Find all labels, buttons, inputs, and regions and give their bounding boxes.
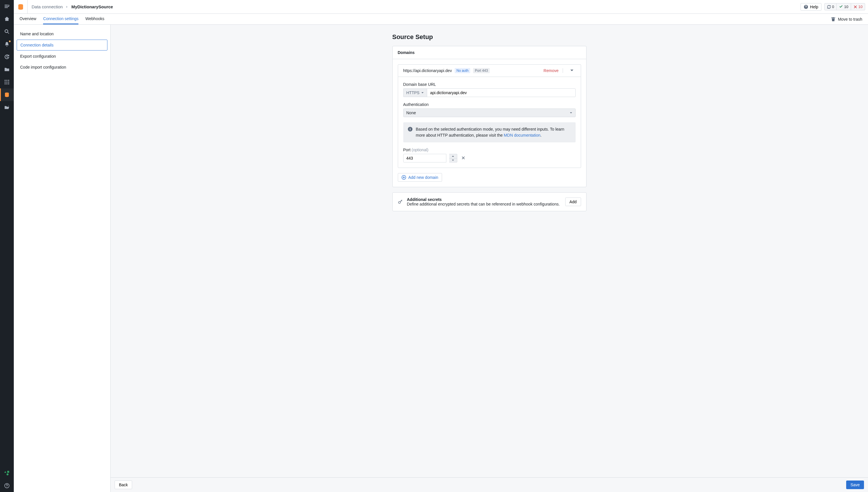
- move-to-trash-label: Move to trash: [838, 17, 862, 22]
- auth-label: Authentication: [403, 102, 576, 107]
- back-button[interactable]: Back: [115, 481, 132, 489]
- port-pill: Port 443: [473, 68, 489, 73]
- domains-card: Domains https://api.dictionaryapi.dev No…: [392, 46, 587, 187]
- subnav-code-import[interactable]: Code import configuration: [17, 62, 108, 72]
- svg-rect-6: [5, 83, 5, 84]
- plus-circle-icon: [402, 175, 406, 180]
- canvas: Source Setup Domains https://api.diction…: [111, 25, 868, 492]
- subnav-connection-details[interactable]: Connection details: [17, 40, 108, 51]
- svg-rect-0: [5, 80, 5, 81]
- domain-header-row: https://api.dictionaryapi.dev No auth Po…: [398, 65, 581, 77]
- key-icon: [398, 199, 403, 205]
- auth-value: None: [406, 110, 416, 115]
- footer-bar: Back Save: [111, 477, 868, 492]
- help-icon[interactable]: [0, 479, 14, 492]
- auth-info-callout: Based on the selected authentication mod…: [403, 122, 576, 142]
- status-group: 0 10 10: [824, 3, 865, 10]
- domain-url-label: Domain base URL: [403, 82, 576, 87]
- auth-select[interactable]: None: [403, 108, 576, 117]
- settings-subnav: Name and location Connection details Exp…: [14, 25, 111, 492]
- add-secret-button[interactable]: Add: [565, 197, 581, 206]
- shapes-icon[interactable]: [0, 467, 14, 479]
- tab-row: Overview Connection settings Webhooks Mo…: [14, 14, 868, 25]
- status-error-count: 10: [859, 5, 863, 9]
- tab-webhooks[interactable]: Webhooks: [85, 16, 104, 24]
- secrets-title: Additional secrets: [407, 197, 561, 202]
- svg-rect-1: [6, 80, 7, 81]
- search-icon[interactable]: [0, 25, 14, 38]
- status-sync[interactable]: 0: [825, 3, 837, 10]
- history-icon[interactable]: [0, 51, 14, 63]
- caret-down-icon: [569, 112, 572, 114]
- port-increment-button[interactable]: [449, 154, 457, 158]
- status-error[interactable]: 10: [851, 3, 865, 10]
- port-optional: (optional): [412, 148, 428, 152]
- mdn-link[interactable]: MDN documentation: [504, 133, 541, 138]
- breadcrumb: Data connection MyDictionarySource: [28, 4, 117, 9]
- rail-toggle-icon[interactable]: [0, 0, 14, 13]
- callout-text-b: .: [540, 133, 541, 138]
- main-column: Data connection MyDictionarySource Help …: [14, 0, 868, 492]
- port-decrement-button[interactable]: [449, 158, 457, 163]
- notification-dot-icon: [8, 40, 11, 43]
- folder-icon[interactable]: [0, 63, 14, 76]
- clear-port-button[interactable]: [460, 155, 466, 162]
- content-area: Name and location Connection details Exp…: [14, 25, 868, 492]
- topbar: Data connection MyDictionarySource Help …: [14, 0, 868, 14]
- secrets-card: Additional secrets Define additional enc…: [392, 192, 587, 211]
- subnav-name-location[interactable]: Name and location: [17, 29, 108, 39]
- collapse-domain-button[interactable]: [566, 68, 576, 73]
- domain-host-input[interactable]: [427, 89, 575, 97]
- svg-rect-4: [6, 81, 7, 82]
- remove-domain-button[interactable]: Remove: [543, 68, 563, 73]
- notifications-icon[interactable]: [0, 38, 14, 51]
- port-label-wrap: Port (optional): [403, 148, 576, 152]
- left-rail: [0, 0, 14, 492]
- svg-rect-5: [8, 81, 9, 82]
- move-to-trash-button[interactable]: Move to trash: [831, 17, 862, 22]
- svg-rect-7: [6, 83, 7, 84]
- svg-rect-14: [410, 129, 410, 130]
- caret-down-icon: [421, 91, 424, 94]
- chevron-right-icon: [66, 4, 68, 9]
- svg-rect-3: [5, 81, 5, 82]
- svg-rect-8: [8, 83, 9, 84]
- add-domain-label: Add new domain: [408, 175, 438, 180]
- svg-rect-15: [410, 128, 410, 129]
- secrets-desc: Define additional encrypted secrets that…: [407, 202, 561, 206]
- noauth-pill: No auth: [455, 68, 470, 73]
- protocol-value: HTTPS: [406, 91, 420, 95]
- folder-open-icon[interactable]: [0, 101, 14, 114]
- subnav-export-config[interactable]: Export configuration: [17, 51, 108, 62]
- help-button[interactable]: Help: [800, 3, 821, 10]
- breadcrumb-current: MyDictionarySource: [71, 4, 113, 9]
- port-input[interactable]: [403, 154, 446, 163]
- add-domain-button[interactable]: Add new domain: [398, 173, 442, 182]
- home-icon[interactable]: [0, 13, 14, 25]
- connection-type-icon: [14, 0, 28, 14]
- domains-header: Domains: [393, 46, 586, 59]
- page-title: Source Setup: [392, 33, 587, 41]
- domain-url: https://api.dictionaryapi.dev: [403, 68, 452, 73]
- help-label: Help: [810, 5, 818, 9]
- save-button[interactable]: Save: [846, 481, 864, 489]
- status-sync-count: 0: [832, 5, 834, 9]
- breadcrumb-root[interactable]: Data connection: [31, 4, 63, 9]
- status-ok-count: 10: [844, 5, 848, 9]
- database-icon[interactable]: [0, 89, 14, 101]
- port-stepper: [449, 154, 457, 163]
- svg-rect-2: [8, 80, 9, 81]
- info-icon: [408, 127, 413, 131]
- domain-entry: https://api.dictionaryapi.dev No auth Po…: [398, 64, 581, 168]
- apps-icon[interactable]: [0, 76, 14, 89]
- tab-overview[interactable]: Overview: [20, 16, 36, 24]
- callout-text-a: Based on the selected authentication mod…: [416, 127, 564, 138]
- protocol-select[interactable]: HTTPS: [403, 89, 427, 97]
- tab-connection-settings[interactable]: Connection settings: [43, 16, 78, 24]
- port-label: Port: [403, 148, 412, 152]
- status-ok[interactable]: 10: [837, 3, 850, 10]
